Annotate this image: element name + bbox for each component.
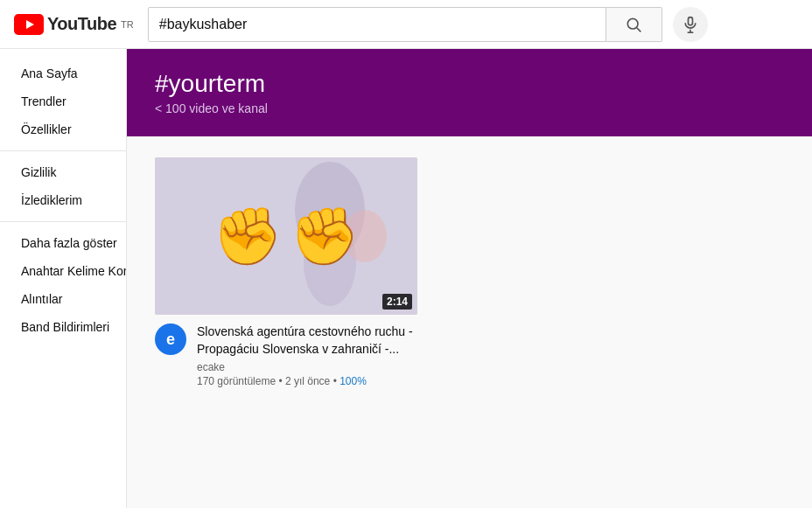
mic-icon <box>682 16 699 33</box>
fist-right-icon: ✊ <box>290 204 360 269</box>
sidebar-item-home[interactable]: Ana Sayfa <box>0 59 126 87</box>
sidebar-item-history[interactable]: İzlediklerim <box>0 186 126 214</box>
sidebar-item-trending[interactable]: Trendler <box>0 87 126 115</box>
search-input-wrap <box>148 7 606 42</box>
sidebar-item-keywords[interactable]: Anahtar Kelime Kont... <box>0 257 126 285</box>
yt-play-icon <box>14 14 44 35</box>
main-content: #yourterm < 100 video ve kanal <box>127 49 812 508</box>
search-button[interactable] <box>606 7 662 42</box>
svg-rect-4 <box>688 17 692 24</box>
video-duration: 2:14 <box>382 294 412 310</box>
search-input[interactable] <box>149 8 606 41</box>
sidebar-divider-2 <box>0 221 126 222</box>
video-info: e Slovenská agentúra cestovného ruchu - … <box>155 324 417 387</box>
video-thumbnail[interactable]: ✊ ✊ 2:14 <box>155 157 417 315</box>
video-card[interactable]: ✊ ✊ 2:14 e Slovenská agentúra cestovného… <box>155 157 417 387</box>
logo-text: YouTube <box>47 14 116 34</box>
video-meta: Slovenská agentúra cestovného ruchu - Pr… <box>197 324 417 387</box>
fist-overlay: ✊ ✊ <box>155 157 417 315</box>
video-grid: ✊ ✊ 2:14 e Slovenská agentúra cestovného… <box>127 136 812 408</box>
video-views: 170 görüntüleme • 2 yıl önce • <box>197 375 340 387</box>
avatar-letter: e <box>166 331 175 349</box>
fist-left-icon: ✊ <box>213 204 283 269</box>
sidebar-item-notifications[interactable]: Band Bildirimleri <box>0 313 126 341</box>
channel-avatar[interactable]: e <box>155 324 186 355</box>
video-title: Slovenská agentúra cestovného ruchu - Pr… <box>197 324 417 358</box>
header: YouTubeTR <box>0 0 812 49</box>
sidebar-divider-1 <box>0 150 126 151</box>
search-icon <box>625 16 642 33</box>
sidebar-item-privacy[interactable]: Gizlilik <box>0 158 126 186</box>
sidebar: Ana Sayfa Trendler Özellikler Gizlilik İ… <box>0 49 127 508</box>
video-stats: 170 görüntüleme • 2 yıl önce • 100% <box>197 375 417 387</box>
svg-point-2 <box>628 18 639 29</box>
svg-line-3 <box>637 27 641 31</box>
sidebar-item-more[interactable]: Daha fazla göster <box>0 229 126 257</box>
mic-button[interactable] <box>673 7 708 42</box>
video-percent: 100% <box>340 375 367 387</box>
logo-area: YouTubeTR <box>14 14 134 35</box>
sidebar-item-features[interactable]: Özellikler <box>0 115 126 143</box>
sidebar-item-quotes[interactable]: Alıntılar <box>0 285 126 313</box>
hashtag-count: < 100 video ve kanal <box>155 101 784 115</box>
youtube-logo[interactable]: YouTubeTR <box>14 14 134 35</box>
logo-country: TR <box>121 19 134 30</box>
hashtag-banner: #yourterm < 100 video ve kanal <box>127 49 812 136</box>
search-area <box>148 7 708 42</box>
video-channel[interactable]: ecake <box>197 361 417 373</box>
hashtag-title: #yourterm <box>155 70 784 98</box>
